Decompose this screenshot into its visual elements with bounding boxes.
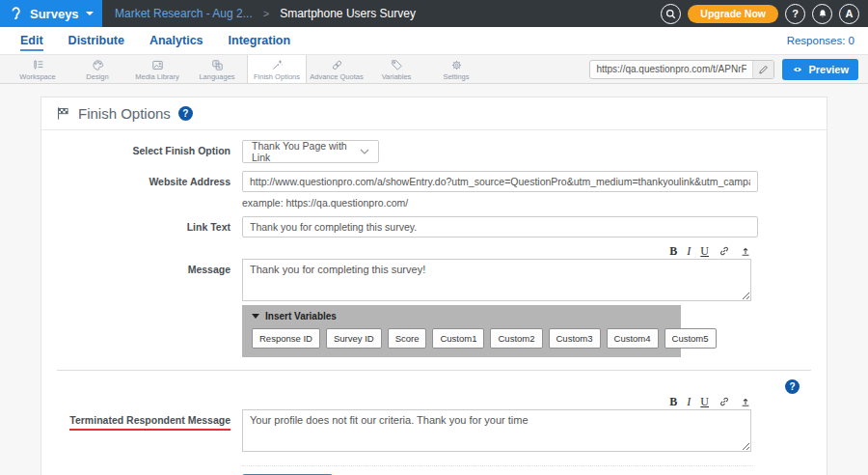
bell-icon [817, 8, 828, 20]
variable-response-id-button[interactable]: Response ID [252, 328, 320, 349]
link-text-input[interactable] [242, 216, 758, 238]
svg-text:A: A [214, 61, 217, 66]
terminated-help-row: ? [41, 371, 827, 396]
notifications-button[interactable] [812, 4, 832, 24]
chain-link-icon [331, 59, 343, 71]
toolbar-item-finish-options[interactable]: Finish Options [247, 55, 307, 83]
palette-icon [92, 59, 104, 71]
toolbar-item-languages[interactable]: Aa Languages [187, 55, 247, 83]
magic-wand-icon [271, 59, 284, 71]
finish-options-card: Finish Options ? Select Finish Option Th… [41, 97, 827, 475]
toolbar-item-workspace[interactable]: Workspace [8, 55, 68, 83]
breadcrumb-separator: > [263, 8, 269, 19]
survey-url-input[interactable] [590, 64, 752, 74]
variable-custom5-button[interactable]: Custom5 [665, 328, 717, 349]
message-label: Message [41, 259, 231, 276]
underline-button[interactable]: U [700, 245, 709, 257]
edit-url-button[interactable] [752, 60, 773, 79]
insert-variables-buttons: Response ID Survey ID Score Custom1 Cust… [252, 328, 671, 349]
variable-score-button[interactable]: Score [388, 328, 427, 349]
underline-button[interactable]: U [700, 396, 709, 407]
upload-icon [740, 396, 751, 407]
website-address-input[interactable] [242, 171, 758, 192]
message-editor-toolbar-row: B I U [41, 245, 827, 257]
insert-link-button[interactable] [719, 396, 730, 407]
finish-option-select[interactable]: Thank You Page with Link [242, 140, 379, 163]
terminated-help-button[interactable]: ? [785, 379, 800, 394]
terminated-message-textarea[interactable]: Your profile does not fit our criteria. … [242, 409, 751, 452]
finish-options-form: Select Finish Option Thank You Page with… [41, 130, 827, 475]
terminated-message-label: Terminated Respondent Message [69, 414, 231, 431]
finish-option-row: Select Finish Option Thank You Page with… [41, 140, 827, 163]
caret-down-icon [252, 314, 259, 319]
insert-link-button[interactable] [719, 245, 730, 257]
website-address-hint: example: https://qa.questionpro.com/ [242, 197, 758, 209]
variable-custom3-button[interactable]: Custom3 [549, 328, 601, 349]
variable-survey-id-button[interactable]: Survey ID [326, 328, 382, 349]
survey-url-group [589, 60, 774, 79]
help-button[interactable]: ? [785, 4, 805, 24]
link-icon [719, 245, 730, 257]
bold-button[interactable]: B [669, 245, 677, 257]
upload-image-button[interactable] [740, 396, 751, 407]
variable-custom4-button[interactable]: Custom4 [607, 328, 659, 349]
toolbar-item-advance-quotas[interactable]: Advance Quotas [307, 55, 366, 83]
save-row: Save Changes [242, 465, 753, 475]
breadcrumb: Market Research - Aug 2... > Smartphone … [115, 7, 416, 20]
page-content: Finish Options ? Select Finish Option Th… [0, 84, 868, 475]
website-address-row: Website Address example: https://qa.ques… [41, 171, 827, 209]
page-title: Finish Options [78, 105, 171, 122]
insert-variables-header[interactable]: Insert Variables [252, 311, 671, 321]
toolbar-item-settings[interactable]: Settings [426, 55, 486, 83]
upload-image-button[interactable] [740, 245, 751, 257]
toolbar-item-media-library[interactable]: Media Library [127, 55, 187, 83]
eye-icon [792, 65, 803, 74]
variable-custom2-button[interactable]: Custom2 [490, 328, 542, 349]
breadcrumb-survey-title: Smartphone Users Survey [280, 7, 416, 20]
terminated-editor-toolbar-row: B I U [41, 396, 827, 407]
italic-button[interactable]: I [687, 396, 691, 407]
website-address-label: Website Address [41, 171, 231, 188]
finish-flag-icon [56, 106, 70, 121]
upgrade-now-button[interactable]: Upgrade Now [688, 5, 778, 23]
tab-edit[interactable]: Edit [20, 34, 43, 47]
questionpro-logo-icon [9, 6, 23, 21]
preview-label: Preview [808, 64, 849, 75]
survey-nav: Edit Distribute Analytics Integration Re… [0, 27, 868, 55]
search-button[interactable] [661, 4, 681, 24]
toolbar-item-design[interactable]: Design [68, 55, 127, 83]
tab-analytics[interactable]: Analytics [149, 34, 203, 47]
user-avatar[interactable]: A [839, 4, 859, 24]
bold-button[interactable]: B [669, 396, 677, 407]
svg-text:a: a [218, 65, 221, 70]
workspace-icon [32, 59, 44, 71]
preview-button[interactable]: Preview [782, 59, 858, 80]
product-switcher[interactable]: Surveys [0, 0, 102, 27]
link-icon [719, 396, 730, 407]
insert-variables-panel: Insert Variables Response ID Survey ID S… [242, 305, 681, 357]
toolbar-item-variables[interactable]: Variables [366, 55, 426, 83]
tag-icon [391, 59, 403, 71]
search-icon [665, 8, 677, 20]
pencil-icon [758, 64, 770, 75]
terminated-editor-toolbar: B I U [242, 396, 751, 407]
tab-integration[interactable]: Integration [229, 34, 291, 47]
terminated-message-row: Terminated Respondent Message Your profi… [41, 409, 827, 456]
message-row: Message Thank you for completing this su… [41, 259, 827, 305]
breadcrumb-folder[interactable]: Market Research - Aug 2... [115, 7, 253, 20]
italic-button[interactable]: I [687, 245, 691, 257]
tab-distribute[interactable]: Distribute [68, 34, 124, 47]
variable-custom1-button[interactable]: Custom1 [432, 328, 484, 349]
toolbar-right: Preview [589, 55, 868, 83]
gear-icon [450, 59, 463, 71]
insert-variables-title: Insert Variables [265, 311, 337, 321]
card-header: Finish Options ? [41, 98, 827, 130]
responses-count[interactable]: Responses: 0 [787, 35, 860, 46]
finish-options-help-button[interactable]: ? [178, 106, 193, 121]
image-icon [151, 59, 164, 71]
translate-icon: Aa [211, 59, 224, 71]
question-mark-icon: ? [792, 8, 799, 19]
message-editor-toolbar: B I U [242, 245, 751, 257]
insert-variables-row: Insert Variables Response ID Survey ID S… [41, 305, 827, 357]
message-textarea[interactable]: Thank you for completing this survey! [242, 259, 751, 301]
